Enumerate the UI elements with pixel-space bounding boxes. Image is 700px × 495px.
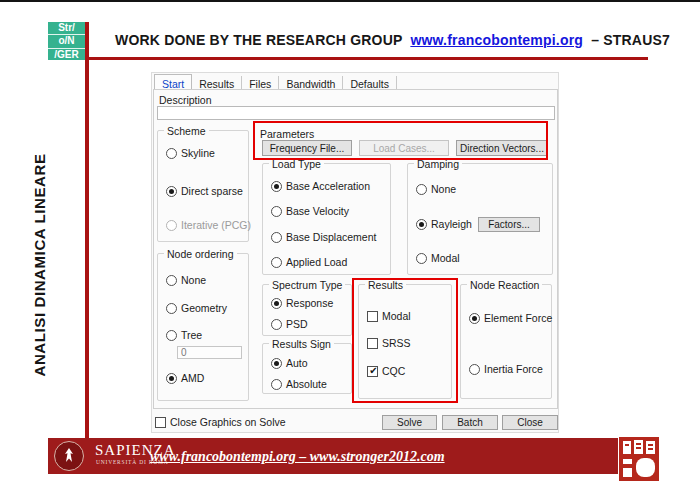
radio-inertia-force[interactable]: Inertia Force: [469, 363, 543, 375]
title-link[interactable]: www.francobontempi.org: [410, 32, 583, 48]
radio-icon: [271, 181, 282, 192]
radio-base-velocity[interactable]: Base Velocity: [271, 205, 349, 217]
radio-label: Absolute: [286, 378, 327, 390]
tab-bandwidth[interactable]: Bandwidth: [279, 76, 343, 90]
radio-amd[interactable]: AMD: [166, 372, 204, 384]
tab-start[interactable]: Start: [154, 74, 192, 90]
radio-icon: [166, 373, 177, 384]
checkbox-icon: [155, 417, 166, 428]
tab-files[interactable]: Files: [242, 76, 279, 90]
checkbox-close-graphics[interactable]: Close Graphics on Solve: [155, 416, 286, 428]
batch-button[interactable]: Batch: [442, 415, 498, 430]
radio-label: Base Velocity: [286, 205, 349, 217]
radio-label: Response: [286, 297, 333, 309]
radio-label: None: [431, 183, 456, 195]
radio-icon: [416, 184, 427, 195]
results-sign-group-label: Results Sign: [269, 338, 334, 350]
radio-element-force[interactable]: Element Force: [469, 312, 552, 324]
radio-icon: [469, 313, 480, 324]
radio-label: None: [181, 274, 206, 286]
radio-iterative-pcg: Iterative (PCG): [166, 219, 251, 231]
radio-label: Direct sparse: [181, 185, 243, 197]
radio-label: PSD: [286, 318, 308, 330]
stronger-group-logo: Str/ o/N /GER: [48, 22, 85, 60]
description-label: Description: [159, 94, 212, 106]
radio-psd[interactable]: PSD: [271, 318, 308, 330]
checkbox-cqc[interactable]: CQC: [367, 365, 405, 377]
radio-label: Rayleigh: [431, 218, 472, 230]
radio-tree[interactable]: Tree: [166, 329, 202, 341]
radio-skyline[interactable]: Skyline: [166, 147, 215, 159]
checkbox-srss[interactable]: SRSS: [367, 337, 411, 349]
damping-group-label: Damping: [414, 158, 462, 170]
damping-group: Damping None Rayleigh Factors... Modal: [407, 163, 553, 275]
load-type-group: Load Type Base Acceleration Base Velocit…: [262, 163, 391, 275]
radio-icon: [271, 232, 282, 243]
sapienza-eagle-icon: [59, 446, 79, 466]
checkbox-label: Modal: [382, 310, 411, 322]
radio-label: Base Displacement: [286, 231, 376, 243]
sapienza-logo: [54, 441, 84, 471]
checkbox-icon: [367, 338, 378, 349]
radio-applied-load[interactable]: Applied Load: [271, 256, 347, 268]
slide-top-border: [0, 0, 700, 2]
factors-button[interactable]: Factors...: [478, 217, 540, 232]
checkbox-checked-icon: [367, 366, 378, 377]
checkbox-label: CQC: [382, 365, 405, 377]
scheme-group-label: Scheme: [164, 125, 209, 137]
radio-icon: [271, 319, 282, 330]
radio-label: AMD: [181, 372, 204, 384]
radio-direct-sparse[interactable]: Direct sparse: [166, 185, 243, 197]
solve-button[interactable]: Solve: [382, 415, 437, 430]
load-type-group-label: Load Type: [269, 158, 324, 170]
radio-icon: [271, 379, 282, 390]
title-text: WORK DONE BY THE RESEARCH GROUP: [115, 32, 402, 48]
description-input[interactable]: [157, 106, 555, 120]
radio-auto[interactable]: Auto: [271, 357, 308, 369]
radio-geometry[interactable]: Geometry: [166, 302, 227, 314]
radio-label: Base Acceleration: [286, 180, 370, 192]
radio-rayleigh[interactable]: Rayleigh: [416, 218, 472, 230]
checkbox-icon: [367, 311, 378, 322]
node-ordering-group-label: Node ordering: [164, 248, 237, 260]
direction-vectors-button[interactable]: Direction Vectors...: [456, 140, 548, 156]
radio-icon: [166, 303, 177, 314]
section-vertical-label: ANALISI DINAMICA LINEARE: [31, 153, 48, 376]
radio-icon: [271, 257, 282, 268]
solver-dialog: Start Results Files Bandwidth Defaults D…: [151, 72, 559, 433]
checkbox-modal[interactable]: Modal: [367, 310, 411, 322]
radio-icon: [166, 148, 177, 159]
tree-value-input[interactable]: [177, 346, 242, 359]
radio-label: Iterative (PCG): [181, 219, 251, 231]
radio-damping-modal[interactable]: Modal: [416, 252, 460, 264]
radio-base-displacement[interactable]: Base Displacement: [271, 231, 376, 243]
radio-icon: [166, 330, 177, 341]
close-button[interactable]: Close: [502, 415, 558, 430]
radio-icon: [416, 253, 427, 264]
radio-absolute[interactable]: Absolute: [271, 378, 327, 390]
tab-results[interactable]: Results: [192, 76, 242, 90]
radio-icon: [166, 186, 177, 197]
slide-title: WORK DONE BY THE RESEARCH GROUP www.fran…: [115, 32, 635, 48]
radio-icon: [271, 298, 282, 309]
node-ordering-group: Node ordering None Geometry Tree AMD: [157, 253, 249, 401]
radio-icon: [166, 275, 177, 286]
radio-base-acceleration[interactable]: Base Acceleration: [271, 180, 370, 192]
results-group-label: Results: [365, 279, 406, 291]
tab-bar: Start Results Files Bandwidth Defaults: [154, 74, 397, 90]
frequency-file-button[interactable]: Frequency File...: [262, 140, 352, 156]
radio-damping-none[interactable]: None: [416, 183, 456, 195]
radio-icon: [416, 219, 427, 230]
radio-response[interactable]: Response: [271, 297, 333, 309]
node-reaction-group-label: Node Reaction: [467, 279, 542, 291]
radio-none[interactable]: None: [166, 274, 206, 286]
logo-line: /GER: [48, 48, 85, 61]
footer-link[interactable]: www.francobontempi.org – www.stronger201…: [150, 449, 445, 465]
radio-icon: [271, 206, 282, 217]
footer-band: SAPIENZA UNIVERSITÀ DI ROMA www.francobo…: [48, 438, 618, 474]
tab-defaults[interactable]: Defaults: [343, 76, 397, 90]
results-sign-group: Results Sign Auto Absolute: [262, 343, 352, 394]
red-seal-icon: [619, 437, 659, 481]
logo-line: o/N: [48, 34, 85, 47]
radio-label: Auto: [286, 357, 308, 369]
